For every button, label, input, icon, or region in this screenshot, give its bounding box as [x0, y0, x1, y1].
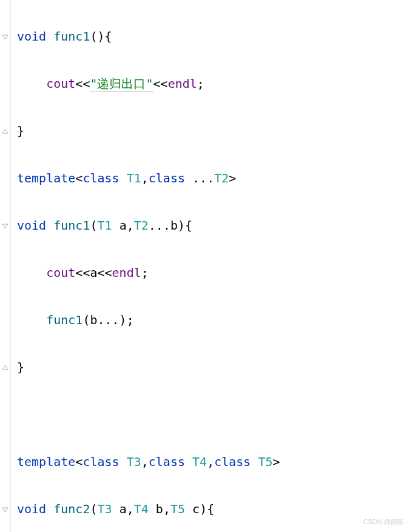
punct: ... — [97, 313, 119, 327]
type-param: T1 — [127, 171, 141, 185]
punct: ( — [90, 218, 97, 233]
punct: } — [17, 360, 24, 374]
fold-open-icon[interactable] — [2, 33, 9, 41]
punct: ( — [90, 502, 97, 516]
operator: << — [75, 76, 90, 91]
code-line: void func1(T1 a,T2...b){ — [17, 214, 410, 238]
fold-open-icon[interactable] — [2, 222, 9, 230]
operator: << — [75, 265, 90, 280]
punct: < — [75, 454, 82, 469]
code-line: cout<<a<<endl; — [17, 261, 410, 285]
keyword-void: void — [17, 502, 46, 516]
keyword-template: template — [17, 454, 75, 469]
keyword-class: class — [82, 454, 119, 469]
indent — [17, 76, 46, 91]
keyword-void: void — [17, 29, 46, 44]
punct: ; — [197, 76, 204, 91]
punct: ) — [119, 313, 127, 327]
keyword-void: void — [17, 218, 46, 233]
punct: , — [141, 454, 149, 469]
keyword-class: class — [214, 454, 250, 469]
type-param: T2 — [134, 218, 149, 233]
punct: } — [17, 124, 24, 138]
fold-close-icon[interactable] — [2, 128, 9, 135]
operator: << — [97, 265, 112, 280]
function-name: func1 — [53, 218, 90, 233]
punct: { — [185, 218, 192, 233]
identifier: a — [90, 265, 97, 280]
operator: << — [153, 76, 168, 91]
punct: < — [75, 171, 82, 185]
code-line: } — [17, 356, 410, 379]
punct: , — [127, 218, 134, 233]
punct: , — [163, 502, 170, 516]
keyword-class: class — [149, 454, 185, 469]
type-param: T2 — [214, 171, 229, 185]
param: b — [156, 502, 163, 516]
code-line: cout<<"递归出口"<<endl; — [17, 72, 410, 96]
type-param: T4 — [192, 454, 207, 469]
type-param: T5 — [170, 502, 185, 516]
type-param: T5 — [258, 454, 272, 469]
punct: (){ — [90, 29, 112, 44]
indent — [17, 265, 46, 280]
code-line: void func1(){ — [17, 25, 410, 48]
code-line: } — [17, 119, 410, 143]
punct: ) — [178, 218, 185, 233]
punct: ; — [141, 265, 149, 280]
keyword-class: class — [149, 171, 185, 185]
gutter — [0, 0, 11, 532]
param: c — [192, 502, 200, 516]
punct: { — [207, 502, 214, 516]
function-name: func2 — [53, 502, 90, 516]
blank-line — [17, 403, 410, 427]
punct: ) — [200, 502, 207, 516]
type-param: T4 — [134, 502, 149, 516]
punct: > — [273, 454, 280, 469]
fold-close-icon[interactable] — [2, 364, 9, 371]
keyword-class: class — [82, 171, 119, 185]
param: a — [119, 502, 127, 516]
code-line: func1(b...); — [17, 308, 410, 332]
identifier: endl — [168, 76, 197, 91]
punct: ( — [82, 313, 90, 327]
type-param: T3 — [127, 454, 141, 469]
code-line: void func2(T3 a,T4 b,T5 c){ — [17, 497, 410, 521]
fold-open-icon[interactable] — [2, 506, 9, 513]
punct: , — [207, 454, 214, 469]
punct: , — [127, 502, 134, 516]
function-name: func1 — [53, 29, 90, 44]
identifier: cout — [46, 265, 75, 280]
param: b — [170, 218, 178, 233]
keyword-template: template — [17, 171, 75, 185]
identifier: b — [90, 313, 97, 327]
identifier: cout — [46, 76, 75, 91]
punct: ... — [192, 171, 214, 185]
punct: ; — [127, 313, 134, 327]
string-literal: "递归出口" — [90, 76, 153, 91]
punct: , — [141, 171, 149, 185]
punct: ... — [149, 218, 170, 233]
indent — [17, 313, 46, 327]
watermark: CSDN @南郁 — [363, 516, 404, 528]
type-param: T1 — [97, 218, 112, 233]
type-param: T3 — [97, 502, 112, 516]
param: a — [119, 218, 127, 233]
code-block: void func1(){ cout<<"递归出口"<<endl; } temp… — [0, 0, 410, 532]
function-call: func1 — [46, 313, 82, 327]
code-line: template<class T1,class ...T2> — [17, 167, 410, 190]
code-line: template<class T3,class T4,class T5> — [17, 450, 410, 474]
punct: > — [229, 171, 236, 185]
identifier: endl — [112, 265, 141, 280]
